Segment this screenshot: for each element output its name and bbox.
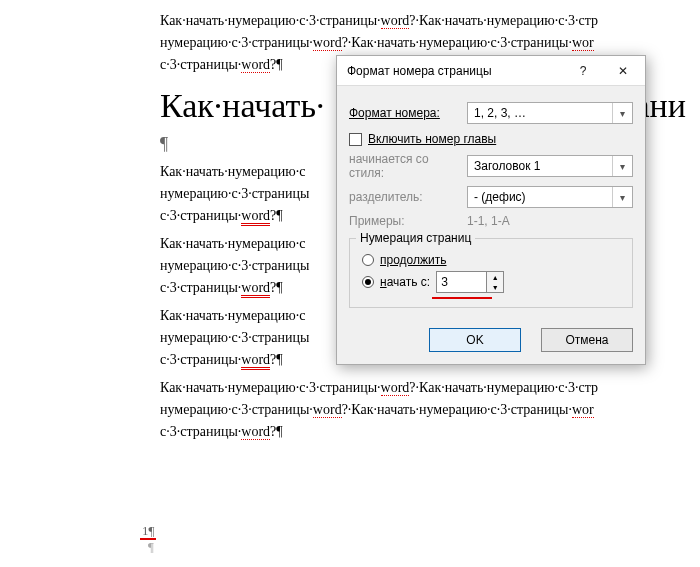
dialog-title: Формат номера страницы xyxy=(347,64,563,78)
page-number-format-dialog: Формат номера страницы ? ✕ Формат номера… xyxy=(336,55,646,365)
starts-style-label: начинается со стиля: xyxy=(349,152,459,180)
cancel-button[interactable]: Отмена xyxy=(541,328,633,352)
radio-continue[interactable]: продолжить xyxy=(362,253,620,267)
separator-label: разделитель: xyxy=(349,190,459,204)
starts-style-select: Заголовок 1 ▾ xyxy=(467,155,633,177)
spinner-down-icon: ▼ xyxy=(487,282,503,292)
number-format-select[interactable]: 1, 2, 3, … ▾ xyxy=(467,102,633,124)
start-at-input[interactable] xyxy=(436,271,486,293)
spinner-buttons[interactable]: ▲ ▼ xyxy=(486,271,504,293)
include-chapter-checkbox[interactable]: Включить номер главы xyxy=(349,132,633,146)
close-icon: ✕ xyxy=(618,64,628,78)
radio-start-at[interactable]: нначать с:ачать с: ▲ ▼ xyxy=(362,271,620,293)
examples-value: 1-1, 1-A xyxy=(467,214,510,228)
chevron-down-icon: ▾ xyxy=(612,103,632,123)
help-button[interactable]: ? xyxy=(563,57,603,85)
radio-icon xyxy=(362,276,374,288)
spinner-up-icon: ▲ xyxy=(487,272,503,282)
number-format-label: Формат номера: xyxy=(349,106,459,120)
close-button[interactable]: ✕ xyxy=(603,57,643,85)
annotation-underline xyxy=(432,297,492,299)
page-numbering-group: Нумерация страниц продолжить нначать с:а… xyxy=(349,238,633,308)
page-break-marker: 1¶ ¶ xyxy=(140,523,156,555)
checkbox-icon xyxy=(349,133,362,146)
radio-icon xyxy=(362,254,374,266)
ok-button[interactable]: OK xyxy=(429,328,521,352)
dialog-titlebar[interactable]: Формат номера страницы ? ✕ xyxy=(337,56,645,86)
group-legend: Нумерация страниц xyxy=(356,231,475,245)
chevron-down-icon: ▾ xyxy=(612,156,632,176)
separator-select: - (дефис) ▾ xyxy=(467,186,633,208)
examples-label: Примеры: xyxy=(349,214,459,228)
chevron-down-icon: ▾ xyxy=(612,187,632,207)
